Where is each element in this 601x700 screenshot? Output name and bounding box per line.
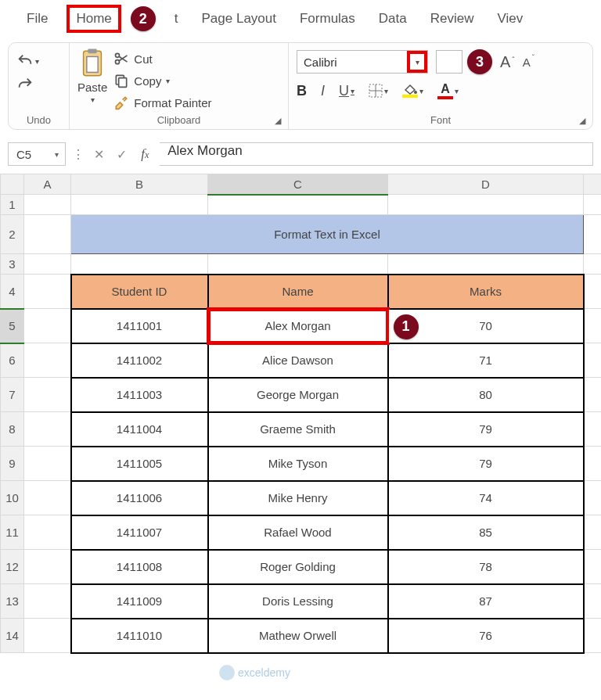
name-box[interactable]: C5 ▾ [8, 142, 66, 166]
row-header[interactable]: 13 [1, 584, 24, 619]
bold-button[interactable]: B [297, 83, 307, 99]
cell[interactable] [24, 412, 71, 447]
row-header[interactable]: 6 [1, 343, 24, 378]
cell[interactable] [208, 195, 388, 215]
grow-font-button[interactable]: Aˆ [500, 53, 515, 71]
cell[interactable] [24, 619, 71, 653]
cell[interactable] [71, 195, 208, 215]
col-header-B[interactable]: B [71, 174, 208, 195]
title-cell[interactable]: Format Text in Excel [71, 215, 584, 254]
redo-button[interactable] [16, 76, 61, 93]
tab-review[interactable]: Review [426, 8, 479, 30]
cell[interactable] [24, 309, 71, 343]
underline-button[interactable]: U▾ [339, 83, 354, 99]
cell[interactable] [584, 215, 602, 254]
undo-button[interactable]: ▾ [16, 52, 61, 70]
cell[interactable] [584, 550, 602, 584]
cell-id[interactable]: 1411002 [71, 343, 208, 378]
borders-button[interactable]: ▾ [369, 84, 388, 98]
header-cell-marks[interactable]: Marks [388, 275, 584, 309]
col-header-C[interactable]: C [208, 174, 388, 195]
header-cell-name[interactable]: Name [208, 275, 388, 309]
chevron-down-icon[interactable]: ▾ [351, 87, 354, 95]
row-header[interactable]: 11 [1, 515, 24, 550]
cell-name[interactable]: Alice Dawson [208, 343, 388, 378]
cell-marks[interactable]: 79 [388, 447, 584, 481]
row-header[interactable]: 2 [1, 215, 24, 254]
cell[interactable] [208, 254, 388, 275]
cell[interactable] [584, 378, 602, 412]
font-name-input[interactable] [297, 51, 407, 73]
row-header[interactable]: 9 [1, 447, 24, 481]
row-header[interactable]: 14 [1, 619, 24, 653]
row-header[interactable]: 10 [1, 481, 24, 515]
tab-formulas[interactable]: Formulas [295, 8, 360, 30]
select-all-corner[interactable] [1, 174, 24, 195]
copy-button[interactable]: Copy ▾ [113, 73, 211, 88]
cell-name[interactable]: Doris Lessing [208, 584, 388, 619]
cell-name[interactable]: Mike Tyson [208, 447, 388, 481]
cell-id[interactable]: 1411007 [71, 515, 208, 550]
tab-file[interactable]: File [22, 8, 52, 30]
cell[interactable] [24, 378, 71, 412]
row-header[interactable]: 5 [1, 309, 24, 343]
cell[interactable] [24, 215, 71, 254]
row-header[interactable]: 1 [1, 195, 24, 215]
chevron-down-icon[interactable]: ▾ [35, 57, 39, 66]
paste-button[interactable]: Paste ▾ [77, 48, 107, 104]
format-painter-button[interactable]: Format Painter [113, 95, 211, 110]
cell[interactable] [24, 195, 71, 215]
tab-view[interactable]: Viev [493, 8, 528, 30]
cell-name-selected[interactable]: Alex Morgan [208, 309, 388, 343]
cell[interactable] [584, 309, 602, 343]
cell-name[interactable]: Graeme Smith [208, 412, 388, 447]
cell-id[interactable]: 1411005 [71, 447, 208, 481]
fill-color-button[interactable]: ▾ [402, 84, 423, 98]
chevron-down-icon[interactable]: ▾ [166, 77, 170, 85]
row-header[interactable]: 3 [1, 254, 24, 275]
row-header[interactable]: 4 [1, 275, 24, 309]
accept-formula-button[interactable]: ✓ [113, 147, 130, 162]
cell-marks[interactable]: 79 [388, 412, 584, 447]
tab-home[interactable]: Home [67, 5, 121, 33]
col-header-E[interactable] [584, 174, 602, 195]
cell[interactable] [24, 515, 71, 550]
row-header[interactable]: 12 [1, 550, 24, 584]
cell-id[interactable]: 1411010 [71, 619, 208, 653]
col-header-A[interactable]: A [24, 174, 71, 195]
cell[interactable] [584, 254, 602, 275]
cell[interactable] [388, 254, 584, 275]
chevron-down-icon[interactable]: ▾ [455, 87, 459, 95]
cell-id[interactable]: 1411009 [71, 584, 208, 619]
row-header[interactable]: 7 [1, 378, 24, 412]
cell[interactable] [584, 619, 602, 653]
cell-marks[interactable]: 76 [388, 619, 584, 653]
clipboard-launcher[interactable]: ◢ [272, 115, 283, 126]
cell[interactable] [24, 481, 71, 515]
cell-id[interactable]: 1411004 [71, 412, 208, 447]
cell[interactable] [584, 195, 602, 215]
cell[interactable] [71, 254, 208, 275]
cell-id[interactable]: 1411003 [71, 378, 208, 412]
font-name-dropdown[interactable]: ▾ [407, 51, 427, 73]
cell[interactable] [584, 481, 602, 515]
formula-input[interactable]: Alex Morgan [160, 142, 593, 166]
cut-button[interactable]: Cut [113, 51, 211, 66]
chevron-down-icon[interactable]: ▾ [55, 150, 59, 159]
cell[interactable] [584, 584, 602, 619]
col-header-D[interactable]: D [388, 174, 584, 195]
cell-marks[interactable]: 74 [388, 481, 584, 515]
cell[interactable] [388, 195, 584, 215]
chevron-down-icon[interactable]: ▾ [384, 87, 388, 95]
tab-pagelayout[interactable]: Page Layout [197, 8, 281, 30]
cell[interactable] [584, 275, 602, 309]
cell-marks[interactable]: 80 [388, 378, 584, 412]
font-launcher[interactable]: ◢ [577, 115, 588, 126]
row-header[interactable]: 8 [1, 412, 24, 447]
cell-marks[interactable]: 85 [388, 515, 584, 550]
cell[interactable] [24, 254, 71, 275]
font-color-button[interactable]: A ▾ [437, 82, 459, 99]
chevron-down-icon[interactable]: ▾ [91, 95, 95, 104]
cell-name[interactable]: George Morgan [208, 378, 388, 412]
cancel-formula-button[interactable]: ✕ [91, 147, 107, 162]
